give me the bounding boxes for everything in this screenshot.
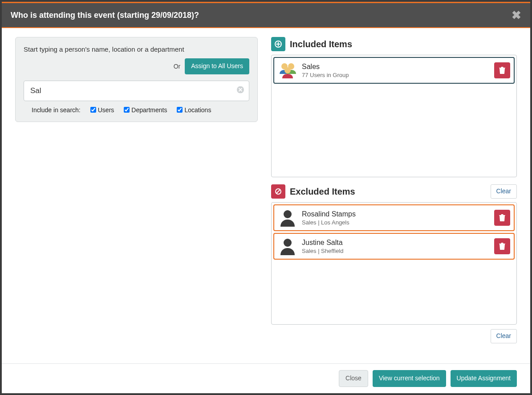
trash-icon xyxy=(499,214,505,221)
filter-departments[interactable]: Departments xyxy=(124,106,167,114)
include-label: Include in search: xyxy=(32,106,81,114)
included-item[interactable]: Sales 77 Users in Group xyxy=(273,57,515,84)
delete-excluded-button[interactable] xyxy=(494,210,510,226)
close-button[interactable]: Close xyxy=(339,370,368,387)
svg-point-4 xyxy=(284,67,291,73)
excluded-list: Rosalind Stamps Sales | Los Angels Justi… xyxy=(271,202,517,325)
ban-icon xyxy=(271,184,285,199)
clear-input-icon[interactable] xyxy=(237,86,244,95)
included-title: Included Items xyxy=(290,39,352,49)
included-list: Sales 77 Users in Group xyxy=(271,55,517,177)
item-sub: 77 Users in Group xyxy=(302,72,494,78)
view-selection-button[interactable]: View current selection xyxy=(373,370,446,387)
user-icon xyxy=(278,208,297,228)
item-title: Sales xyxy=(302,63,494,71)
or-label: Or xyxy=(174,63,181,70)
attendance-modal: Who is attending this event (starting 29… xyxy=(2,2,530,393)
excluded-item[interactable]: Justine Salta Sales | Sheffield xyxy=(273,233,515,260)
trash-icon xyxy=(499,243,505,250)
excluded-title: Excluded Items xyxy=(290,187,355,197)
group-icon xyxy=(278,61,297,80)
svg-point-8 xyxy=(284,239,292,247)
filter-locations-checkbox[interactable] xyxy=(177,107,183,113)
svg-point-7 xyxy=(284,210,292,218)
filter-users[interactable]: Users xyxy=(90,106,114,114)
modal-header: Who is attending this event (starting 29… xyxy=(2,3,530,28)
excluded-item[interactable]: Rosalind Stamps Sales | Los Angels xyxy=(273,204,515,231)
modal-footer: Close View current selection Update Assi… xyxy=(2,363,530,393)
item-title: Rosalind Stamps xyxy=(302,210,494,218)
update-assignment-button[interactable]: Update Assignment xyxy=(451,370,517,387)
item-sub: Sales | Sheffield xyxy=(302,248,494,254)
filter-users-checkbox[interactable] xyxy=(90,107,96,113)
search-hint: Start typing a person's name, location o… xyxy=(24,45,249,53)
item-sub: Sales | Los Angels xyxy=(302,219,494,226)
delete-included-button[interactable] xyxy=(494,62,510,78)
search-panel: Start typing a person's name, location o… xyxy=(15,37,258,122)
svg-line-6 xyxy=(276,190,280,193)
close-icon[interactable]: ✖ xyxy=(512,9,521,21)
item-title: Justine Salta xyxy=(302,239,494,247)
plus-circle-icon xyxy=(271,37,285,51)
modal-title: Who is attending this event (starting 29… xyxy=(11,11,199,20)
search-input[interactable] xyxy=(24,81,249,101)
assign-all-button[interactable]: Assign to All Users xyxy=(185,58,249,74)
clear-all-button[interactable]: Clear xyxy=(491,329,517,343)
filter-departments-checkbox[interactable] xyxy=(124,107,130,113)
clear-excluded-button[interactable]: Clear xyxy=(491,184,517,199)
filter-locations[interactable]: Locations xyxy=(177,106,211,114)
user-icon xyxy=(278,236,297,256)
delete-excluded-button[interactable] xyxy=(494,238,510,254)
trash-icon xyxy=(499,67,505,74)
